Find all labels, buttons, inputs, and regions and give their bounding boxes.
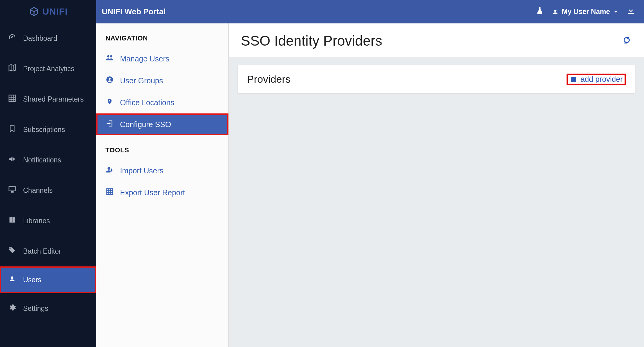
tools-heading: TOOLS bbox=[96, 135, 228, 160]
pin-icon bbox=[105, 98, 114, 107]
secnav-import-users[interactable]: Import Users bbox=[96, 160, 228, 182]
megaphone-icon bbox=[8, 155, 16, 165]
plus-square-icon bbox=[570, 75, 577, 83]
chevron-down-icon bbox=[613, 9, 618, 15]
secnav-label: Manage Users bbox=[120, 54, 170, 63]
secnav-export-user-report[interactable]: Export User Report bbox=[96, 182, 228, 203]
bookmark-icon bbox=[8, 125, 16, 134]
grid-icon bbox=[8, 94, 16, 104]
refresh-icon bbox=[622, 35, 632, 45]
secnav-label: User Groups bbox=[120, 76, 163, 85]
sidebar-item-users[interactable]: Users bbox=[0, 266, 96, 293]
flask-icon[interactable] bbox=[536, 6, 544, 17]
sidebar-item-channels[interactable]: Channels bbox=[0, 175, 96, 206]
map-icon bbox=[8, 64, 16, 74]
sidebar-item-label: Batch Editor bbox=[23, 247, 61, 255]
sidebar-item-settings[interactable]: Settings bbox=[0, 293, 96, 324]
secnav-user-groups[interactable]: User Groups bbox=[96, 70, 228, 92]
refresh-button[interactable] bbox=[622, 35, 632, 47]
sidebar-item-label: Notifications bbox=[23, 156, 61, 164]
secnav-label: Import Users bbox=[120, 166, 163, 175]
download-icon[interactable] bbox=[626, 6, 635, 17]
providers-panel: Providers add provider bbox=[238, 65, 635, 93]
table-icon bbox=[105, 188, 114, 197]
secnav-label: Office Locations bbox=[120, 98, 174, 107]
tag-icon bbox=[8, 246, 16, 256]
sidebar-item-label: Settings bbox=[23, 304, 48, 313]
sidebar-item-label: Dashboard bbox=[23, 34, 57, 43]
sidebar-item-label: Channels bbox=[23, 186, 53, 195]
gauge-icon bbox=[8, 33, 16, 43]
secnav-configure-sso[interactable]: Configure SSO bbox=[96, 113, 228, 135]
sidebar-item-shared-parameters[interactable]: Shared Parameters bbox=[0, 84, 96, 114]
user-label: My User Name bbox=[562, 8, 610, 16]
panel-heading: Providers bbox=[247, 73, 567, 85]
sidebar-item-label: Users bbox=[23, 276, 41, 284]
add-provider-label: add provider bbox=[581, 75, 623, 84]
secnav-manage-users[interactable]: Manage Users bbox=[96, 48, 228, 70]
add-provider-button[interactable]: add provider bbox=[567, 74, 626, 85]
cube-icon bbox=[29, 6, 39, 17]
secondary-nav: NAVIGATION Manage Users User Groups Offi… bbox=[96, 23, 229, 347]
brand-logo: UNIFI bbox=[0, 0, 96, 23]
page-header: SSO Identity Providers bbox=[229, 23, 644, 57]
sidebar-item-subscriptions[interactable]: Subscriptions bbox=[0, 114, 96, 145]
nav-heading: NAVIGATION bbox=[96, 23, 228, 48]
user-circle-icon bbox=[105, 76, 114, 85]
sidebar-item-label: Libraries bbox=[23, 217, 50, 225]
gear-icon bbox=[8, 304, 16, 313]
primary-sidebar: UNIFI Dashboard Project Analytics Shared… bbox=[0, 0, 96, 347]
sidebar-item-label: Shared Parameters bbox=[23, 95, 84, 103]
sidebar-item-dashboard[interactable]: Dashboard bbox=[0, 23, 96, 54]
sidebar-item-project-analytics[interactable]: Project Analytics bbox=[0, 54, 96, 84]
secnav-office-locations[interactable]: Office Locations bbox=[96, 92, 228, 113]
user-icon bbox=[8, 275, 16, 284]
user-icon bbox=[552, 9, 559, 15]
monitor-icon bbox=[8, 185, 16, 196]
sidebar-item-libraries[interactable]: Libraries bbox=[0, 206, 96, 236]
secnav-label: Export User Report bbox=[120, 188, 185, 197]
sidebar-item-label: Project Analytics bbox=[23, 65, 74, 73]
sidebar-item-batch-editor[interactable]: Batch Editor bbox=[0, 236, 96, 266]
sidebar-item-notifications[interactable]: Notifications bbox=[0, 145, 96, 175]
users-icon bbox=[105, 54, 114, 64]
secnav-label: Configure SSO bbox=[120, 120, 171, 129]
brand-name: UNIFI bbox=[43, 6, 68, 17]
user-plus-icon bbox=[105, 165, 114, 176]
book-icon bbox=[8, 216, 16, 226]
page-title: SSO Identity Providers bbox=[241, 33, 622, 49]
user-menu[interactable]: My User Name bbox=[552, 8, 618, 16]
sidebar-item-label: Subscriptions bbox=[23, 126, 65, 134]
top-bar: UNIFI Web Portal My User Name bbox=[96, 0, 644, 23]
login-icon bbox=[105, 120, 114, 129]
app-title: UNIFI Web Portal bbox=[102, 7, 536, 16]
page-content: SSO Identity Providers Providers add pro… bbox=[229, 23, 644, 347]
